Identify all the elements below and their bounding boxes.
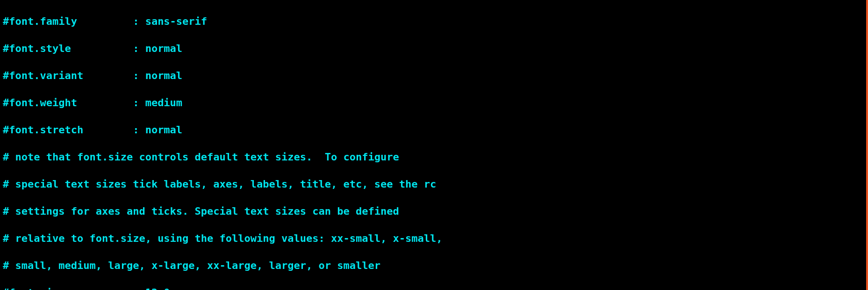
- config-line: #font.size : 12.0: [3, 286, 715, 290]
- config-line: #font.weight : medium: [3, 96, 715, 109]
- config-line: #font.variant : normal: [3, 69, 715, 82]
- config-comment: # relative to font.size, using the follo…: [3, 232, 715, 245]
- config-line: #font.family : sans-serif: [3, 14, 715, 28]
- config-comment: # special text sizes tick labels, axes, …: [3, 177, 715, 191]
- config-line: #font.style : normal: [3, 42, 715, 55]
- window-accent-bar: [866, 0, 868, 290]
- config-comment: # small, medium, large, x-large, xx-larg…: [3, 259, 715, 272]
- terminal-editor[interactable]: #font.family : sans-serif #font.style : …: [0, 0, 715, 290]
- config-comment: # note that font.size controls default t…: [3, 150, 715, 164]
- config-line: #font.stretch : normal: [3, 123, 715, 137]
- config-comment: # settings for axes and ticks. Special t…: [3, 204, 715, 218]
